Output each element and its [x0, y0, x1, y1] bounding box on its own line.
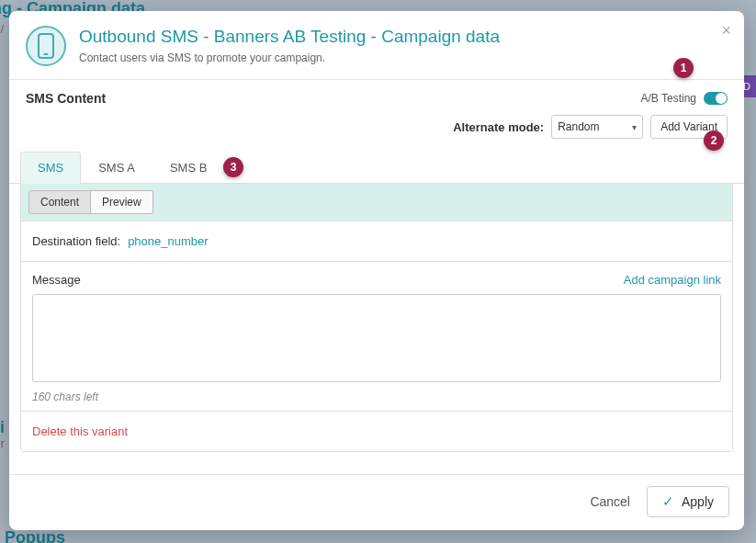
tab-sms[interactable]: SMS: [20, 152, 81, 184]
ab-testing-control: A/B Testing: [641, 92, 728, 105]
bg-frag: ti: [0, 418, 5, 437]
ab-testing-toggle[interactable]: [704, 92, 728, 105]
variant-panel: Content Preview Destination field: phone…: [20, 184, 733, 452]
close-button[interactable]: ×: [721, 22, 731, 39]
delete-variant-row: Delete this variant: [21, 411, 732, 451]
bg-frag: ur: [0, 437, 5, 450]
subtab-content[interactable]: Content: [28, 190, 91, 214]
section-title: SMS Content: [26, 91, 106, 106]
message-label: Message: [32, 273, 81, 287]
tab-sms-a[interactable]: SMS A: [81, 152, 152, 184]
modal-subtitle: Contact users via SMS to promote your ca…: [79, 51, 500, 64]
alternate-mode-value: Random: [558, 120, 599, 133]
subtab-preview[interactable]: Preview: [91, 190, 153, 214]
sms-content-section: SMS Content A/B Testing Alternate mode: …: [9, 80, 744, 139]
modal-dialog: Outbound SMS - Banners AB Testing - Camp…: [9, 11, 744, 530]
modal-title: Outbound SMS - Banners AB Testing - Camp…: [79, 26, 500, 49]
destination-field-row: Destination field: phone_number: [21, 221, 732, 261]
alternate-mode-select[interactable]: Random ▾: [551, 115, 643, 139]
sms-channel-icon: [26, 26, 66, 66]
modal-header: Outbound SMS - Banners AB Testing - Camp…: [9, 11, 744, 80]
message-block: Message Add campaign link 160 chars left: [21, 261, 732, 411]
chars-left: 160 chars left: [32, 390, 721, 403]
apply-button[interactable]: ✓ Apply: [647, 486, 729, 517]
add-campaign-link[interactable]: Add campaign link: [624, 273, 721, 287]
variant-tabs: SMS SMS A SMS B: [9, 152, 744, 184]
annotation-badge-3: 3: [223, 157, 243, 177]
message-textarea[interactable]: [32, 294, 721, 382]
modal-footer: Cancel ✓ Apply: [9, 474, 744, 530]
check-icon: ✓: [662, 493, 674, 510]
bg-frag: u: [0, 179, 1, 192]
phone-icon: [38, 33, 54, 59]
bg-popups: c Popups: [0, 528, 65, 543]
ab-testing-label: A/B Testing: [641, 92, 696, 105]
content-preview-tabs: Content Preview: [21, 184, 732, 221]
destination-field-value[interactable]: phone_number: [128, 234, 208, 248]
tab-sms-b[interactable]: SMS B: [152, 152, 224, 184]
delete-variant-link[interactable]: Delete this variant: [32, 424, 128, 438]
bg-frag: 3/: [0, 23, 4, 36]
annotation-badge-1: 1: [673, 58, 694, 78]
annotation-badge-2: 2: [704, 130, 724, 151]
chevron-down-icon: ▾: [632, 122, 637, 132]
alternate-mode-label: Alternate mode:: [453, 120, 544, 134]
destination-field-label: Destination field:: [32, 234, 120, 248]
apply-label: Apply: [682, 494, 714, 509]
cancel-button[interactable]: Cancel: [590, 494, 630, 509]
